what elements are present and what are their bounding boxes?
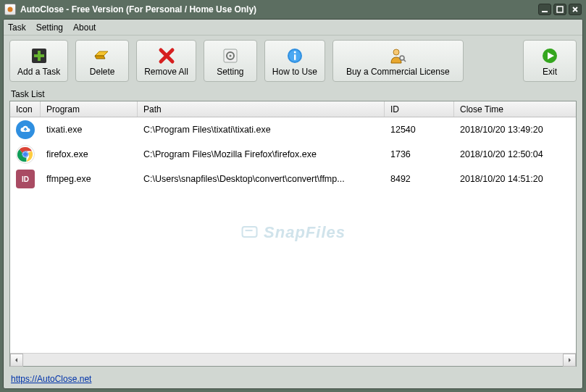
buy-license-button[interactable]: Buy a Commercial License	[332, 40, 464, 82]
cell-path: C:\Program Files\Mozilla Firefox\firefox…	[138, 149, 385, 159]
cell-program: firefox.exe	[41, 149, 138, 159]
remove-all-button[interactable]: Remove All	[136, 40, 196, 82]
delete-label: Delete	[90, 67, 115, 77]
eraser-icon	[92, 46, 112, 65]
id-icon: ID	[16, 170, 35, 188]
titlebar: AutoClose - Free Version (For Personal /…	[0, 0, 586, 19]
menu-setting[interactable]: Setting	[36, 22, 63, 33]
add-task-label: Add a Task	[17, 67, 60, 77]
user-key-icon	[388, 46, 408, 65]
cell-time: 2018/10/20 12:50:04	[454, 149, 576, 159]
col-header-path[interactable]: Path	[138, 101, 385, 117]
col-header-program[interactable]: Program	[41, 101, 138, 117]
svg-point-10	[229, 54, 231, 57]
setting-label: Setting	[217, 67, 243, 77]
svg-marker-26	[15, 358, 17, 362]
exit-icon	[540, 46, 560, 65]
info-icon	[285, 46, 305, 65]
menu-task[interactable]: Task	[8, 22, 26, 33]
add-task-button[interactable]: Add a Task	[9, 40, 68, 82]
svg-rect-5	[34, 54, 44, 57]
website-link[interactable]: https://AutoClose.net	[11, 374, 91, 384]
cell-path: C:\Users\snapfiles\Desktop\convert\conve…	[138, 174, 385, 184]
menubar: Task Setting About	[4, 20, 582, 36]
cell-path: C:\Program Files\tixati\tixati.exe	[138, 125, 385, 135]
cell-id: 8492	[385, 174, 454, 184]
cell-program: tixati.exe	[41, 125, 138, 135]
table-row[interactable]: tixati.exe C:\Program Files\tixati\tixat…	[10, 117, 576, 142]
delete-button[interactable]: Delete	[75, 40, 129, 82]
col-header-id[interactable]: ID	[385, 101, 454, 117]
svg-rect-19	[242, 227, 256, 237]
cell-time: 2018/10/20 13:49:20	[454, 125, 576, 135]
close-button[interactable]	[569, 4, 582, 15]
cell-id: 1736	[385, 149, 454, 159]
buy-license-label: Buy a Commercial License	[346, 67, 450, 77]
svg-point-0	[8, 7, 13, 12]
chrome-icon	[16, 145, 35, 164]
svg-text:ID: ID	[22, 175, 29, 183]
col-header-time[interactable]: Close Time	[454, 101, 576, 117]
scroll-right-button[interactable]	[563, 354, 576, 367]
table-row[interactable]: ID ffmpeg.exe C:\Users\snapfiles\Desktop…	[10, 167, 576, 191]
svg-marker-7	[95, 56, 105, 59]
minimize-button[interactable]	[538, 4, 551, 15]
x-icon	[156, 46, 177, 65]
scroll-track[interactable]	[23, 354, 563, 366]
exit-button[interactable]: Exit	[523, 40, 577, 82]
maximize-button[interactable]	[553, 4, 566, 15]
svg-point-24	[23, 152, 28, 157]
window-title: AutoClose - Free Version (For Personal /…	[20, 4, 256, 14]
app-icon	[4, 4, 16, 15]
cell-time: 2018/10/20 14:51:20	[454, 174, 576, 184]
svg-marker-27	[569, 358, 571, 362]
svg-point-15	[393, 49, 399, 55]
watermark: SnapFiles	[240, 223, 346, 242]
watermark-text: SnapFiles	[264, 223, 346, 242]
how-to-use-label: How to Use	[272, 67, 317, 77]
window-body: Task Setting About Add a Task Delete	[3, 19, 583, 389]
task-grid: Icon Program Path ID Close Time SnapFile…	[9, 101, 577, 367]
svg-rect-13	[294, 54, 296, 60]
how-to-use-button[interactable]: How to Use	[264, 40, 325, 82]
svg-rect-2	[557, 7, 563, 12]
grid-header: Icon Program Path ID Close Time	[10, 101, 576, 117]
gear-icon	[220, 46, 240, 65]
toolbar: Add a Task Delete Remove All	[4, 36, 582, 86]
remove-all-label: Remove All	[144, 67, 188, 77]
horizontal-scrollbar[interactable]	[10, 353, 576, 366]
cell-program: ffmpeg.exe	[41, 174, 138, 184]
svg-marker-6	[95, 51, 108, 56]
cell-id: 12540	[385, 125, 454, 135]
svg-point-14	[294, 51, 296, 53]
setting-button[interactable]: Setting	[204, 40, 257, 82]
svg-rect-1	[542, 11, 548, 12]
table-row[interactable]: firefox.exe C:\Program Files\Mozilla Fir…	[10, 142, 576, 167]
grid-body[interactable]: SnapFiles tixati.exe C:\Program Files\ti…	[10, 117, 576, 353]
plus-icon	[29, 46, 49, 65]
menu-about[interactable]: About	[73, 22, 96, 33]
task-list-label: Task List	[4, 86, 582, 101]
svg-rect-20	[245, 230, 252, 231]
exit-label: Exit	[543, 67, 557, 77]
footer: https://AutoClose.net	[4, 371, 582, 388]
scroll-left-button[interactable]	[10, 354, 23, 367]
col-header-icon[interactable]: Icon	[10, 101, 41, 117]
cloud-icon	[16, 120, 35, 139]
